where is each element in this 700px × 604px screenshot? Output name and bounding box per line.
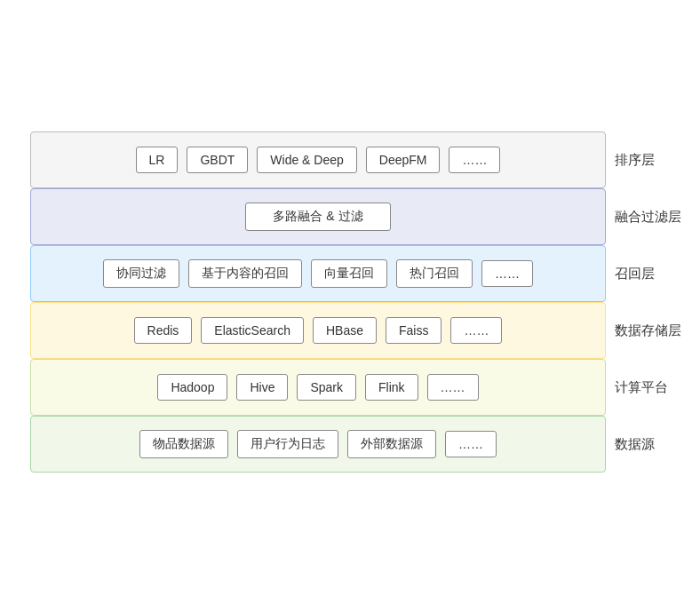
item-zhaohu-3: 热门召回 xyxy=(396,259,473,288)
items-row-compute: HadoopHiveSparkFlink…… xyxy=(157,374,478,401)
items-row-zhaohu: 协同过滤基于内容的召回向量召回热门召回…… xyxy=(103,259,533,288)
layer-label-compute: 计算平台 xyxy=(606,379,670,396)
item-paaixu-2: Wide & Deep xyxy=(257,147,356,173)
items-row-storage: RedisElasticSearchHBaseFaiss…… xyxy=(134,317,503,344)
item-paaixu-4: …… xyxy=(449,147,500,173)
item-zhaohu-4: …… xyxy=(481,260,533,287)
item-paaixu-0: LR xyxy=(136,147,179,173)
layer-label-paaixu: 排序层 xyxy=(606,152,670,169)
layer-single-item-ronghe: 多路融合 & 过滤 xyxy=(245,203,390,231)
items-row-source: 物品数据源用户行为日志外部数据源…… xyxy=(139,430,497,458)
item-paaixu-1: GBDT xyxy=(187,147,248,173)
item-storage-1: ElasticSearch xyxy=(201,317,304,344)
layer-row-ronghe: 多路融合 & 过滤融合过滤层 xyxy=(30,188,670,245)
layer-box-zhaohu: 协同过滤基于内容的召回向量召回热门召回…… xyxy=(30,245,606,302)
item-source-2: 外部数据源 xyxy=(347,430,436,458)
item-paaixu-3: DeepFM xyxy=(366,147,441,173)
item-storage-0: Redis xyxy=(134,317,193,344)
layer-row-storage: RedisElasticSearchHBaseFaiss……数据存储层 xyxy=(30,302,670,359)
layer-row-source: 物品数据源用户行为日志外部数据源……数据源 xyxy=(30,416,670,473)
item-zhaohu-1: 基于内容的召回 xyxy=(188,259,302,288)
layer-label-ronghe: 融合过滤层 xyxy=(606,209,670,226)
layer-row-zhaohu: 协同过滤基于内容的召回向量召回热门召回……召回层 xyxy=(30,245,670,302)
item-compute-0: Hadoop xyxy=(157,374,227,401)
items-row-paaixu: LRGBDTWide & DeepDeepFM…… xyxy=(136,147,501,173)
layer-box-storage: RedisElasticSearchHBaseFaiss…… xyxy=(30,302,606,359)
item-source-1: 用户行为日志 xyxy=(237,430,338,458)
layer-row-paaixu: LRGBDTWide & DeepDeepFM……排序层 xyxy=(30,131,670,188)
layer-box-ronghe: 多路融合 & 过滤 xyxy=(30,188,606,245)
item-zhaohu-2: 向量召回 xyxy=(311,259,387,288)
layer-box-paaixu: LRGBDTWide & DeepDeepFM…… xyxy=(30,131,606,188)
architecture-diagram: LRGBDTWide & DeepDeepFM……排序层 多路融合 & 过滤融合… xyxy=(30,131,670,473)
item-zhaohu-0: 协同过滤 xyxy=(103,259,179,288)
item-storage-3: Faiss xyxy=(386,317,441,344)
layer-label-source: 数据源 xyxy=(606,436,670,453)
layer-label-storage: 数据存储层 xyxy=(606,322,670,339)
layer-box-compute: HadoopHiveSparkFlink…… xyxy=(30,359,606,416)
item-compute-2: Spark xyxy=(297,374,356,401)
item-compute-3: Flink xyxy=(365,374,418,401)
item-source-3: …… xyxy=(445,431,497,457)
layer-box-source: 物品数据源用户行为日志外部数据源…… xyxy=(30,416,606,473)
item-storage-2: HBase xyxy=(313,317,377,344)
item-compute-4: …… xyxy=(427,374,479,401)
item-storage-4: …… xyxy=(450,317,502,344)
item-compute-1: Hive xyxy=(236,374,288,401)
item-source-0: 物品数据源 xyxy=(139,430,228,458)
layer-label-zhaohu: 召回层 xyxy=(606,266,670,282)
layer-row-compute: HadoopHiveSparkFlink……计算平台 xyxy=(30,359,670,416)
